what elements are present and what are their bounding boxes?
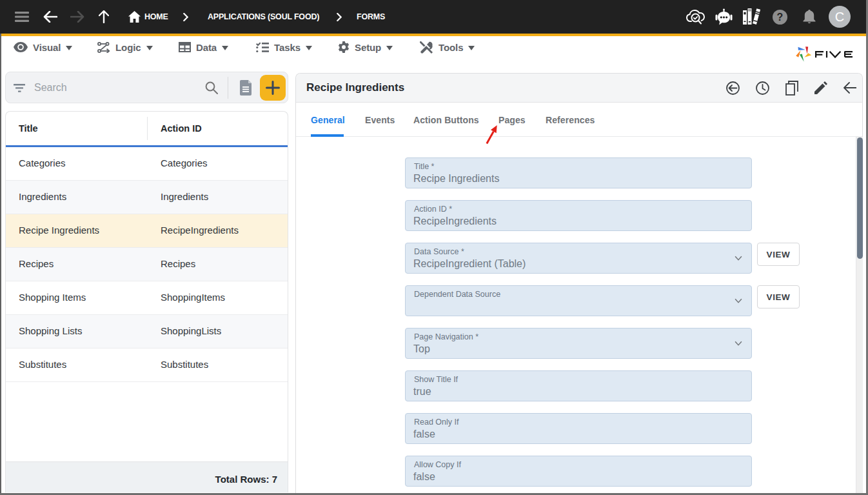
svg-text:C: C	[835, 10, 844, 24]
svg-text:?: ?	[776, 12, 783, 23]
